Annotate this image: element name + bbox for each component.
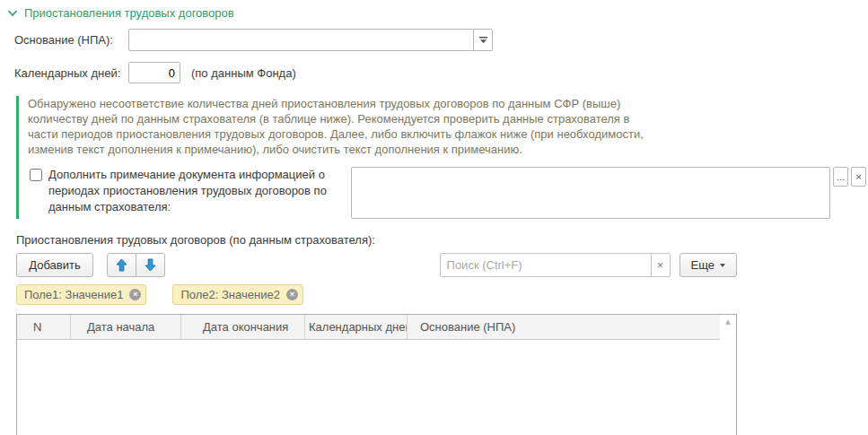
table-main: N Дата начала Дата окончания Календарных…	[17, 315, 720, 435]
dropdown-choose-icon	[479, 37, 487, 44]
caret-down-icon	[720, 264, 725, 267]
more-actions-label: Еще	[691, 258, 715, 272]
column-header-start-date[interactable]: Дата начала	[71, 315, 181, 339]
chevron-down-icon[interactable]	[7, 9, 18, 17]
reorder-buttons	[107, 253, 165, 277]
filter-tags: Поле1: Значение1 × Поле2: Значение2 ×	[16, 284, 737, 305]
filter-tag[interactable]: Поле1: Значение1 ×	[16, 284, 146, 305]
note-buttons: ... ×	[833, 167, 866, 187]
column-header-days[interactable]: Календарных дней	[305, 315, 408, 339]
arrow-up-icon	[116, 258, 127, 272]
warning-text: Обнаружено несоответствие количества дне…	[28, 96, 649, 157]
arrow-down-icon	[145, 258, 156, 272]
days-row: Календарных дней: (по данным Фонда)	[14, 62, 868, 83]
move-down-button[interactable]	[136, 253, 165, 277]
move-up-button[interactable]	[107, 253, 136, 277]
suspension-panel: Приостановления трудовых договоров Основ…	[7, 6, 868, 435]
vertical-scrollbar[interactable]: ▲ ▼	[720, 315, 736, 435]
list-toolbar: Добавить × Еще	[16, 253, 737, 277]
basis-dropdown-button[interactable]	[474, 29, 493, 51]
search-input[interactable]	[440, 253, 652, 277]
list-title: Приостановления трудовых договоров (по д…	[16, 233, 737, 247]
warning-block: Обнаружено несоответствие количества дне…	[16, 96, 868, 219]
add-button[interactable]: Добавить	[16, 253, 93, 277]
filter-tag-label: Поле1: Значение1	[24, 288, 123, 301]
scroll-up-icon[interactable]: ▲	[725, 318, 730, 326]
table-header: N Дата начала Дата окончания Календарных…	[17, 315, 720, 340]
suspensions-table: N Дата начала Дата окончания Календарных…	[16, 314, 737, 435]
append-note-checkbox[interactable]	[30, 169, 42, 181]
column-header-end-date[interactable]: Дата окончания	[181, 315, 305, 339]
search-group: ×	[440, 253, 671, 277]
note-clear-button[interactable]: ×	[851, 167, 866, 187]
column-header-basis[interactable]: Основание (НПА)	[408, 315, 720, 339]
search-clear-button[interactable]: ×	[651, 253, 671, 277]
suspensions-list: Приостановления трудовых договоров (по д…	[16, 233, 737, 435]
days-label: Календарных дней:	[14, 66, 128, 80]
column-header-n[interactable]: N	[17, 315, 71, 339]
table-body[interactable]	[17, 340, 720, 435]
remove-filter-icon[interactable]: ×	[129, 289, 141, 300]
basis-row: Основание (НПА):	[14, 29, 868, 51]
note-more-button[interactable]: ...	[833, 167, 848, 187]
note-textarea[interactable]	[351, 167, 830, 219]
basis-combo	[128, 29, 493, 51]
basis-input[interactable]	[128, 29, 474, 51]
section-header[interactable]: Приостановления трудовых договоров	[7, 6, 868, 20]
filter-tag[interactable]: Поле2: Значение2 ×	[172, 284, 302, 305]
basis-label: Основание (НПА):	[14, 33, 128, 47]
remove-filter-icon[interactable]: ×	[286, 289, 298, 300]
days-hint: (по данным Фонда)	[191, 66, 296, 80]
section-title: Приостановления трудовых договоров	[24, 6, 234, 20]
append-note-label: Дополнить примечание документа информаци…	[48, 167, 334, 215]
append-note-option[interactable]: Дополнить примечание документа информаци…	[28, 167, 334, 215]
note-row: Дополнить примечание документа информаци…	[28, 167, 868, 219]
filter-tag-label: Поле2: Значение2	[180, 288, 279, 301]
days-input[interactable]	[128, 62, 180, 83]
more-actions-button[interactable]: Еще	[679, 253, 737, 277]
